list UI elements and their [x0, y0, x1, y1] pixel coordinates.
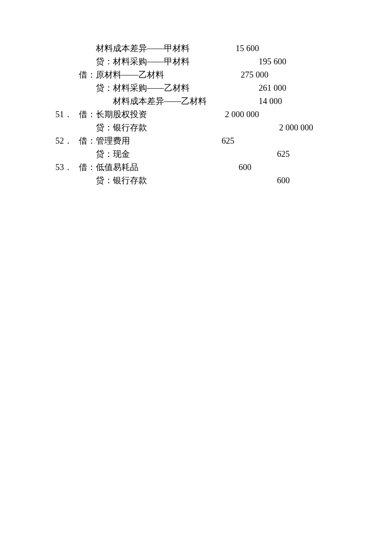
amount: 600 — [55, 161, 251, 174]
entry-line: 借：原材料——乙材料275 000 — [55, 68, 392, 81]
entry-line: 材料成本差异——甲材料15 600 — [55, 42, 392, 55]
amount: 2 000 000 — [55, 108, 259, 121]
amount: 14 000 — [55, 95, 282, 108]
journal-entries: 材料成本差异——甲材料15 600贷：材料采购——甲材料195 600借：原材料… — [55, 42, 392, 187]
entry-line: 51．借：长期股权投资2 000 000 — [55, 108, 392, 121]
entry-line: 贷：银行存款600 — [55, 174, 392, 187]
amount: 600 — [55, 174, 290, 187]
amount: 625 — [55, 134, 234, 147]
document-page: 材料成本差异——甲材料15 600贷：材料采购——甲材料195 600借：原材料… — [0, 0, 392, 187]
amount: 195 600 — [55, 55, 286, 68]
amount: 261 000 — [55, 81, 286, 95]
entry-line: 贷：材料采购——甲材料195 600 — [55, 55, 392, 68]
entry-line: 53．借：低值易耗品600 — [55, 161, 392, 174]
entry-line: 52．借：管理费用625 — [55, 134, 392, 147]
entry-line: 贷：材料采购——乙材料261 000 — [55, 81, 392, 95]
entry-line: 贷：银行存款2 000 000 — [55, 121, 392, 134]
amount: 2 000 000 — [55, 121, 313, 134]
amount: 275 000 — [55, 68, 268, 81]
entry-line: 贷：现金625 — [55, 147, 392, 161]
entry-line: 材料成本差异——乙材料14 000 — [55, 95, 392, 108]
amount: 15 600 — [55, 42, 259, 55]
amount: 625 — [55, 147, 290, 161]
